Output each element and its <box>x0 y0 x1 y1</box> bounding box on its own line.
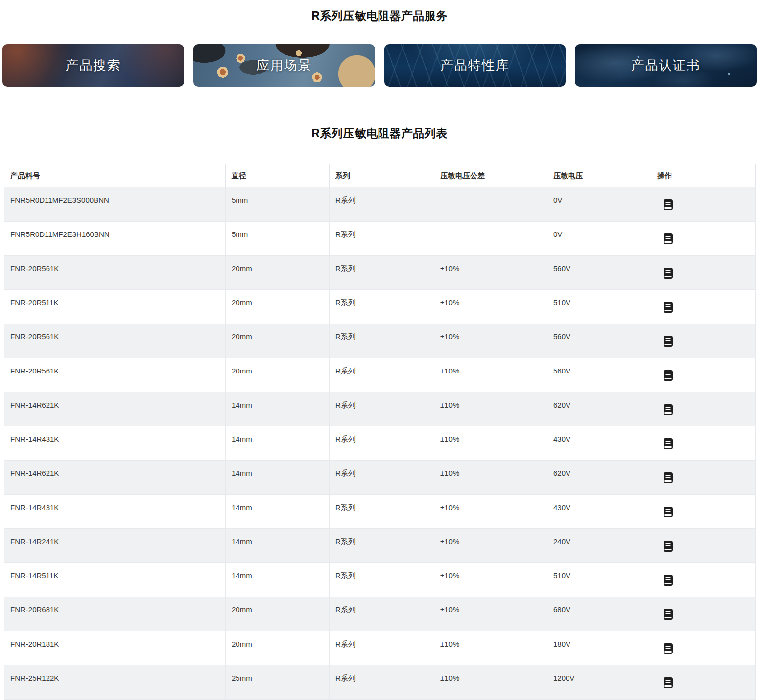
table-row: FNR-14R621K 14mm R系列 ±10% 620V <box>4 392 756 426</box>
book-icon <box>664 643 673 654</box>
view-datasheet-button[interactable] <box>664 438 673 449</box>
book-icon <box>664 302 673 313</box>
cell-voltage-tolerance: ±10% <box>434 495 547 529</box>
table-row: FNR-20R561K 20mm R系列 ±10% 560V <box>4 358 756 392</box>
table-header-row: 产品料号直径系列压敏电压公差压敏电压操作 <box>4 164 756 187</box>
view-datasheet-button[interactable] <box>664 507 673 517</box>
cell-series: R系列 <box>330 187 434 222</box>
cell-diameter: 14mm <box>226 426 330 461</box>
column-header: 直径 <box>226 164 330 187</box>
banner-label: 应用场景 <box>256 57 312 74</box>
page: R系列压敏电阻器产品服务 产品搜索 应用场景 产品特性库 产品认证书 R系列压敏… <box>0 0 759 700</box>
cell-series: R系列 <box>330 222 434 256</box>
cell-series: R系列 <box>330 529 434 563</box>
table-row: FNR-14R621K 14mm R系列 ±10% 620V <box>4 461 756 495</box>
cell-varistor-voltage: 560V <box>547 358 651 392</box>
cell-voltage-tolerance: ±10% <box>434 290 547 324</box>
cell-voltage-tolerance: ±10% <box>434 597 547 631</box>
view-datasheet-button[interactable] <box>664 541 673 552</box>
view-datasheet-button[interactable] <box>664 677 673 688</box>
banner-application-scenes[interactable]: 应用场景 <box>193 44 375 87</box>
cell-action <box>651 665 756 700</box>
column-header: 压敏电压公差 <box>434 164 547 187</box>
cell-action <box>651 187 756 222</box>
cell-varistor-voltage: 180V <box>547 631 651 665</box>
cell-action <box>651 358 756 392</box>
cell-action <box>651 290 756 324</box>
cell-diameter: 14mm <box>226 529 330 563</box>
cell-voltage-tolerance: ±10% <box>434 324 547 358</box>
book-icon <box>664 404 673 415</box>
table-row: FNR5R0D11MF2E3H160BNN 5mm R系列 0V <box>4 222 756 256</box>
cell-part-number: FNR-20R561K <box>4 358 226 392</box>
cell-voltage-tolerance: ±10% <box>434 392 547 426</box>
column-header: 操作 <box>651 164 756 187</box>
table-row: FNR-20R511K 20mm R系列 ±10% 510V <box>4 290 756 324</box>
cell-action <box>651 495 756 529</box>
cell-part-number: FNR-20R561K <box>4 324 226 358</box>
table-row: FNR-14R431K 14mm R系列 ±10% 430V <box>4 426 756 461</box>
column-header: 产品料号 <box>4 164 226 187</box>
table-row: FNR-20R561K 20mm R系列 ±10% 560V <box>4 324 756 358</box>
book-icon <box>664 575 673 586</box>
book-icon <box>664 336 673 347</box>
cell-diameter: 5mm <box>226 187 330 222</box>
table-row: FNR-14R241K 14mm R系列 ±10% 240V <box>4 529 756 563</box>
view-datasheet-button[interactable] <box>664 302 673 313</box>
list-title: R系列压敏电阻器产品列表 <box>0 87 759 141</box>
cell-diameter: 14mm <box>226 461 330 495</box>
book-icon <box>664 438 673 449</box>
view-datasheet-button[interactable] <box>664 404 673 415</box>
view-datasheet-button[interactable] <box>664 575 673 586</box>
table-row: FNR-14R431K 14mm R系列 ±10% 430V <box>4 495 756 529</box>
cell-varistor-voltage: 510V <box>547 290 651 324</box>
view-datasheet-button[interactable] <box>664 370 673 381</box>
banner-row: 产品搜索 应用场景 产品特性库 产品认证书 <box>0 44 759 87</box>
cell-part-number: FNR-14R241K <box>4 529 226 563</box>
cell-varistor-voltage: 0V <box>547 222 651 256</box>
cell-varistor-voltage: 560V <box>547 256 651 290</box>
view-datasheet-button[interactable] <box>664 233 673 244</box>
cell-series: R系列 <box>330 597 434 631</box>
cell-series: R系列 <box>330 631 434 665</box>
cell-varistor-voltage: 430V <box>547 426 651 461</box>
cell-series: R系列 <box>330 495 434 529</box>
cell-action <box>651 631 756 665</box>
view-datasheet-button[interactable] <box>664 268 673 279</box>
cell-action <box>651 461 756 495</box>
view-datasheet-button[interactable] <box>664 609 673 620</box>
cell-series: R系列 <box>330 358 434 392</box>
cell-varistor-voltage: 430V <box>547 495 651 529</box>
table-row: FNR-20R561K 20mm R系列 ±10% 560V <box>4 256 756 290</box>
banner-product-search[interactable]: 产品搜索 <box>2 44 184 87</box>
cell-voltage-tolerance: ±10% <box>434 563 547 597</box>
cell-voltage-tolerance: ±10% <box>434 426 547 461</box>
cell-action <box>651 426 756 461</box>
banner-certificates[interactable]: 产品认证书 <box>575 44 757 87</box>
table-body: FNR5R0D11MF2E3S000BNN 5mm R系列 0V FNR5R0D… <box>4 187 756 700</box>
cell-part-number: FNR-14R431K <box>4 495 226 529</box>
banner-characteristics-library[interactable]: 产品特性库 <box>384 44 566 87</box>
cell-part-number: FNR-14R431K <box>4 426 226 461</box>
table-row: FNR-25R122K 25mm R系列 ±10% 1200V <box>4 665 756 700</box>
book-icon <box>664 370 673 381</box>
view-datasheet-button[interactable] <box>664 643 673 654</box>
cell-voltage-tolerance: ±10% <box>434 529 547 563</box>
cell-varistor-voltage: 620V <box>547 461 651 495</box>
cell-part-number: FNR-25R122K <box>4 665 226 700</box>
cell-voltage-tolerance: ±10% <box>434 358 547 392</box>
cell-varistor-voltage: 1200V <box>547 665 651 700</box>
cell-series: R系列 <box>330 290 434 324</box>
banner-label: 产品特性库 <box>440 57 510 74</box>
cell-voltage-tolerance: ±10% <box>434 461 547 495</box>
product-table: 产品料号直径系列压敏电压公差压敏电压操作 FNR5R0D11MF2E3S000B… <box>4 164 756 700</box>
view-datasheet-button[interactable] <box>664 472 673 483</box>
view-datasheet-button[interactable] <box>664 199 673 210</box>
book-icon <box>664 268 673 279</box>
cell-series: R系列 <box>330 392 434 426</box>
banner-label: 产品搜索 <box>65 57 121 74</box>
book-icon <box>664 233 673 244</box>
cell-part-number: FNR-14R621K <box>4 461 226 495</box>
cell-diameter: 20mm <box>226 324 330 358</box>
view-datasheet-button[interactable] <box>664 336 673 347</box>
